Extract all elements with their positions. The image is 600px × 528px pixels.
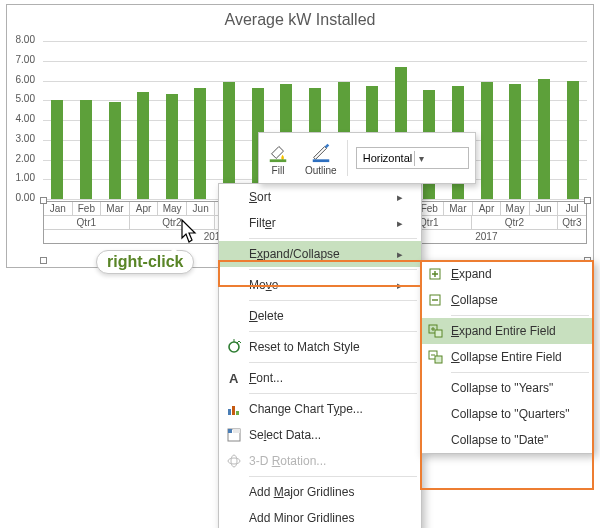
- bar[interactable]: [166, 94, 178, 199]
- chart-title: Average kW Installed: [7, 5, 593, 29]
- svg-rect-9: [233, 429, 240, 433]
- outline-label: Outline: [305, 165, 337, 176]
- plusfield-icon: [421, 323, 451, 339]
- outline-button[interactable]: Outline: [297, 137, 345, 180]
- menu-label: Reset to Match Style: [249, 340, 403, 354]
- menu-label: Collapse to "Date": [451, 433, 575, 447]
- bar[interactable]: [567, 81, 579, 200]
- y-tick: 8.00: [16, 34, 35, 45]
- chart-element-dropdown-label: Horizontal (Cat: [357, 152, 414, 164]
- minusfield-icon: [421, 349, 451, 365]
- menu-label: Filter: [249, 216, 397, 230]
- bar-slot: [558, 41, 587, 199]
- context-menu-item[interactable]: Select Data...: [219, 422, 421, 448]
- axis-selection-handle[interactable]: [584, 197, 591, 204]
- y-tick: 3.00: [16, 132, 35, 143]
- fill-label: Fill: [272, 165, 285, 176]
- context-menu-item[interactable]: Add Minor Gridlines: [219, 505, 421, 528]
- submenu-item[interactable]: Collapse: [421, 287, 593, 313]
- reset-icon: [219, 339, 249, 355]
- x-axis-month[interactable]: Apr: [473, 202, 502, 215]
- bar[interactable]: [509, 84, 521, 199]
- submenu-item[interactable]: Collapse to "Date": [421, 427, 593, 453]
- y-tick: 6.00: [16, 73, 35, 84]
- select-icon: [219, 427, 249, 443]
- fill-icon: [267, 141, 289, 163]
- submenu-arrow-icon: ▸: [397, 191, 403, 204]
- submenu-item[interactable]: Collapse to "Years": [421, 375, 593, 401]
- bar[interactable]: [109, 102, 121, 199]
- context-menu-item[interactable]: Sort▸: [219, 184, 421, 210]
- svg-rect-0: [270, 159, 287, 162]
- submenu-item[interactable]: Collapse to "Quarters": [421, 401, 593, 427]
- svg-point-11: [231, 455, 237, 467]
- chart-element-dropdown[interactable]: Horizontal (Cat ▾: [356, 147, 469, 169]
- submenu-item[interactable]: Collapse Entire Field: [421, 344, 593, 370]
- axis-selection-handle[interactable]: [40, 257, 47, 264]
- svg-rect-6: [236, 411, 239, 415]
- fill-button[interactable]: Fill: [259, 137, 297, 180]
- rot-icon: [219, 453, 249, 469]
- axis-selection-handle[interactable]: [40, 197, 47, 204]
- submenu-arrow-icon: ▸: [397, 248, 403, 261]
- x-axis-quarter[interactable]: Qtr1: [44, 215, 130, 229]
- context-menu-item[interactable]: Change Chart Type...: [219, 396, 421, 422]
- context-menu-item[interactable]: Reset to Match Style: [219, 334, 421, 360]
- context-menu-item[interactable]: Expand/Collapse▸: [219, 241, 421, 267]
- x-axis-quarter[interactable]: Qtr2: [130, 215, 216, 229]
- submenu-item[interactable]: Expand: [421, 261, 593, 287]
- outline-icon: [310, 141, 332, 163]
- bar[interactable]: [137, 92, 149, 199]
- svg-rect-8: [228, 429, 232, 433]
- x-axis-month[interactable]: Jul: [558, 202, 586, 215]
- menu-label: Expand: [451, 267, 575, 281]
- x-axis-month[interactable]: Apr: [130, 202, 159, 215]
- context-menu-item[interactable]: Filter▸: [219, 210, 421, 236]
- bar[interactable]: [51, 100, 63, 199]
- bar-slot: [472, 41, 501, 199]
- context-menu-item[interactable]: AFont...: [219, 365, 421, 391]
- y-tick: 1.00: [16, 172, 35, 183]
- bar-slot: [43, 41, 72, 199]
- y-tick: 0.00: [16, 192, 35, 203]
- context-menu-item[interactable]: Delete: [219, 303, 421, 329]
- menu-label: Font...: [249, 371, 403, 385]
- bar-slot: [158, 41, 187, 199]
- bar[interactable]: [223, 82, 235, 199]
- x-axis-month[interactable]: Jun: [530, 202, 559, 215]
- bar-slot: [186, 41, 215, 199]
- x-axis-month[interactable]: Mar: [101, 202, 130, 215]
- bar[interactable]: [481, 82, 493, 199]
- mini-toolbar: Fill Outline Horizontal (Cat ▾: [258, 132, 476, 184]
- submenu-arrow-icon: ▸: [397, 279, 403, 292]
- x-axis-quarter[interactable]: Qtr2: [472, 215, 558, 229]
- bar-slot: [215, 41, 244, 199]
- y-axis[interactable]: 0.001.002.003.004.005.006.007.008.00: [7, 39, 39, 201]
- cursor-icon: [176, 218, 200, 246]
- svg-text:A: A: [229, 371, 239, 386]
- submenu-item[interactable]: Expand Entire Field: [421, 318, 593, 344]
- bar[interactable]: [194, 88, 206, 199]
- x-axis-month[interactable]: Feb: [73, 202, 102, 215]
- menu-label: 3-D Rotation...: [249, 454, 403, 468]
- plus-icon: [421, 266, 451, 282]
- context-menu-item[interactable]: Move▸: [219, 272, 421, 298]
- y-tick: 2.00: [16, 152, 35, 163]
- x-axis-month[interactable]: Jan: [44, 202, 73, 215]
- x-axis-month[interactable]: Mar: [444, 202, 473, 215]
- expand-collapse-submenu: ExpandCollapseExpand Entire FieldCollaps…: [420, 260, 594, 454]
- bar[interactable]: [538, 79, 550, 199]
- x-axis-month[interactable]: Jun: [187, 202, 216, 215]
- menu-label: Collapse to "Years": [451, 381, 575, 395]
- bar-slot: [530, 41, 559, 199]
- bar[interactable]: [80, 100, 92, 199]
- chevron-down-icon: ▾: [414, 151, 468, 166]
- context-menu-item[interactable]: Add Major Gridlines: [219, 479, 421, 505]
- x-axis-month[interactable]: May: [501, 202, 530, 215]
- x-axis-quarter[interactable]: Qtr3: [558, 215, 586, 229]
- bar-slot: [72, 41, 101, 199]
- menu-label: Expand/Collapse: [249, 247, 397, 261]
- bar-slot: [129, 41, 158, 199]
- x-axis-month[interactable]: May: [158, 202, 187, 215]
- svg-rect-4: [228, 409, 231, 415]
